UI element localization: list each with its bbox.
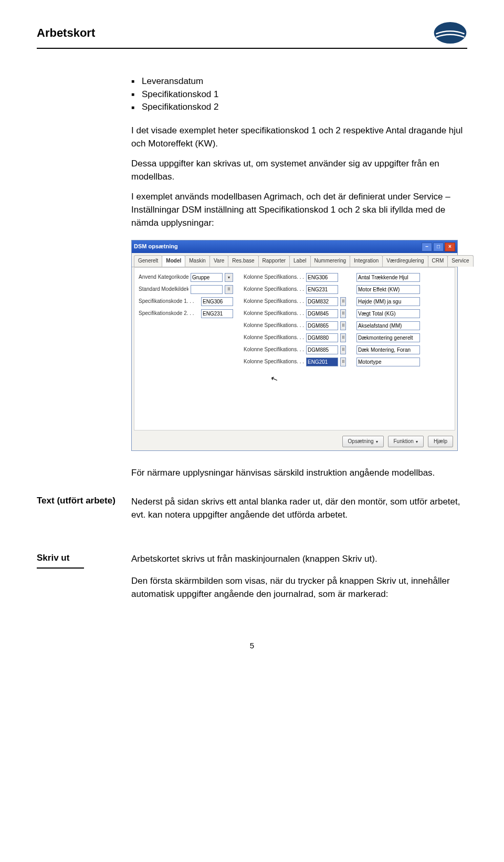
tab-model[interactable]: Model (162, 255, 185, 267)
paragraph: För närmare upplysningar hänvisas särski… (131, 467, 467, 480)
chevron-down-icon: ▾ (376, 439, 378, 445)
desc-input[interactable] (356, 297, 420, 306)
window-title: DSM opsætning (134, 243, 178, 251)
spec1-input[interactable] (201, 297, 233, 306)
tab-resbase[interactable]: Res.base (228, 255, 258, 267)
lookup-icon[interactable]: ⠿ (340, 333, 346, 342)
spec2-input[interactable] (201, 309, 233, 318)
tab-strip: Generelt Model Maskin Vare Res.base Rapp… (132, 253, 457, 267)
kolonne-input[interactable] (306, 297, 338, 306)
kolonne-input[interactable] (306, 285, 338, 294)
underline-decoration (37, 567, 84, 569)
section-heading-text-arbete: Text (utfört arbete) (37, 496, 131, 506)
dropdown-icon[interactable]: ▾ (225, 273, 233, 282)
kolonne-input[interactable] (306, 273, 338, 282)
logo-icon (433, 21, 467, 45)
page-title: Arbetskort (37, 26, 95, 40)
embedded-screenshot: DSM opsætning – □ × Generelt Model Maski… (131, 240, 458, 451)
desc-input[interactable] (356, 333, 420, 342)
paragraph: I exemplet används modellbasen Agrimach,… (131, 191, 467, 229)
field-label: Specifikationskode 2. . . (139, 310, 199, 318)
list-item: Specifikationskod 2 (131, 101, 467, 114)
close-button[interactable]: × (445, 243, 455, 251)
kolonne-input-selected[interactable] (306, 358, 338, 366)
funktion-button[interactable]: Funktion▾ (388, 436, 424, 447)
desc-input[interactable] (356, 285, 420, 294)
field-label: Kolonne Specifikations. . . (244, 322, 304, 330)
field-label: Anvend Kategorikode fra (139, 274, 188, 281)
paragraph: Dessa uppgifter kan skrivas ut, om syste… (131, 157, 467, 183)
lookup-icon[interactable]: ⠿ (340, 297, 346, 306)
desc-input[interactable] (356, 273, 420, 282)
kolonne-input[interactable] (306, 309, 338, 318)
tab-vare[interactable]: Vare (209, 255, 228, 267)
tab-label[interactable]: Label (289, 255, 310, 267)
paragraph: Den första skärmbilden som visas, när du… (131, 575, 467, 601)
paragraph: Arbetskortet skrivs ut från maskinjourna… (131, 553, 467, 566)
list-item: Specifikationskod 1 (131, 88, 467, 101)
kategori-input[interactable] (191, 273, 223, 282)
maximize-button[interactable]: □ (433, 243, 444, 251)
lookup-icon[interactable]: ⠿ (340, 321, 346, 330)
field-label: Kolonne Specifikations. . . (244, 274, 304, 281)
desc-input[interactable] (356, 321, 420, 330)
tab-rapporter[interactable]: Rapporter (258, 255, 290, 267)
field-label: Kolonne Specifikations. . . (244, 346, 304, 354)
page-header: Arbetskort (37, 21, 467, 49)
field-label: Kolonne Specifikations. . . (244, 358, 304, 366)
tab-vaerdiregulering[interactable]: Værdiregulering (382, 255, 428, 267)
kolonne-input[interactable] (306, 345, 338, 354)
field-label: Kolonne Specifikations. . . (244, 298, 304, 306)
paragraph: Nederst på sidan skrivs ett antal blanka… (131, 496, 467, 521)
opsaetning-button[interactable]: Opsætning▾ (342, 436, 384, 447)
tab-crm[interactable]: CRM (428, 255, 448, 267)
kolonne-input[interactable] (306, 321, 338, 330)
lookup-icon[interactable]: ⠿ (340, 345, 346, 354)
field-label: Kolonne Specifikations. . . (244, 310, 304, 318)
field-label: Specifikationskode 1. . . (139, 298, 199, 306)
hjaelp-button[interactable]: Hjælp (428, 436, 453, 447)
tab-maskin[interactable]: Maskin (185, 255, 210, 267)
window-titlebar: DSM opsætning – □ × (132, 240, 457, 253)
field-label: Kolonne Specifikations. . . (244, 286, 304, 293)
page-number: 5 (37, 641, 467, 650)
desc-input[interactable] (356, 358, 420, 366)
tab-service[interactable]: Service (447, 255, 473, 267)
minimize-button[interactable]: – (422, 243, 432, 251)
list-item: Leveransdatum (131, 75, 467, 88)
tab-generelt[interactable]: Generelt (134, 255, 162, 267)
desc-input[interactable] (356, 309, 420, 318)
desc-input[interactable] (356, 345, 420, 354)
tab-integration[interactable]: Integration (350, 255, 383, 267)
form-panel: Anvend Kategorikode fra ▾ Standard Model… (134, 267, 455, 431)
modelkilde-input[interactable] (191, 285, 223, 294)
lookup-icon[interactable]: ⠿ (340, 358, 346, 366)
chevron-down-icon: ▾ (416, 439, 418, 445)
field-label: Kolonne Specifikations. . . (244, 334, 304, 342)
paragraph: I det visade exemplet heter specifikatio… (131, 124, 467, 150)
lookup-icon[interactable]: ⠿ (340, 309, 346, 318)
section-heading-skriv-ut: Skriv ut (37, 553, 131, 563)
field-label: Standard Modelkildekode (139, 286, 188, 293)
tab-nummerering[interactable]: Nummerering (310, 255, 351, 267)
kolonne-input[interactable] (306, 333, 338, 342)
lookup-icon[interactable]: ⠿ (225, 285, 233, 294)
spec-bullet-list: Leveransdatum Specifikationskod 1 Specif… (131, 75, 467, 114)
